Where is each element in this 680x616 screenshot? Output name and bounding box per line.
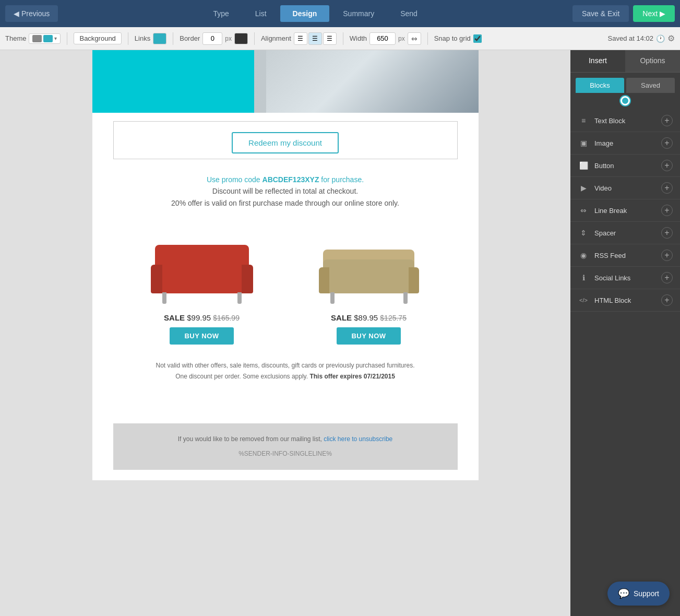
disclaimer-expiry: This offer expires 07/21/2015	[309, 373, 395, 380]
align-left-button[interactable]: ☰	[294, 32, 307, 45]
support-icon: 💬	[618, 588, 629, 599]
nav-right-actions: Save & Exit Next ▶	[572, 5, 675, 22]
block-item-image[interactable]: ▣ Image +	[570, 132, 680, 155]
width-input[interactable]	[369, 32, 396, 45]
product-sale-label-2: SALE	[331, 313, 352, 322]
step-list[interactable]: List	[243, 5, 279, 22]
settings-icon[interactable]: ⚙	[667, 33, 675, 43]
redeem-button[interactable]: Redeem my discount	[232, 132, 339, 153]
width-label: Width	[350, 34, 367, 42]
theme-label: Theme	[5, 34, 26, 42]
social-links-block-add-button[interactable]: +	[661, 272, 673, 283]
block-item-spacer[interactable]: ⇕ Spacer +	[570, 222, 680, 244]
panel-indicator-dot	[621, 96, 630, 105]
links-color-box[interactable]	[153, 33, 166, 44]
border-color-box[interactable]	[234, 33, 248, 44]
promo-intro-text: Use promo code	[207, 175, 263, 184]
html-block-add-button[interactable]: +	[661, 294, 673, 306]
panel-tabs: Insert Options	[570, 50, 680, 73]
social-links-block-label: Social Links	[594, 274, 656, 282]
video-block-add-button[interactable]: +	[661, 182, 673, 194]
spacer-block-icon: ⇕	[578, 227, 589, 239]
rss-feed-block-label: RSS Feed	[594, 252, 656, 259]
expand-width-button[interactable]: ⇔	[408, 32, 421, 45]
toolbar: Theme ▾ Background Links Border px Align…	[0, 27, 680, 50]
line-break-block-add-button[interactable]: +	[661, 205, 673, 216]
width-px-label: px	[398, 35, 405, 42]
border-px-label: px	[225, 35, 232, 42]
block-list: ≡ Text Block + ▣ Image + ⬜ Button + ▶ Vi…	[570, 105, 680, 316]
divider-1	[67, 32, 67, 45]
divider-3	[173, 32, 173, 45]
tab-insert[interactable]: Insert	[570, 50, 625, 72]
top-nav: ◀ Previous Type List Design Summary Send…	[0, 0, 680, 27]
background-button[interactable]: Background	[74, 32, 121, 44]
block-item-social-links[interactable]: ℹ Social Links +	[570, 267, 680, 289]
saved-text: Saved at 14:02	[608, 34, 653, 42]
snap-checkbox[interactable]	[473, 34, 482, 43]
align-right-button[interactable]: ☰	[323, 32, 337, 45]
alignment-label: Alignment	[261, 34, 291, 42]
text-block-add-button[interactable]: +	[661, 115, 673, 126]
previous-button[interactable]: ◀ Previous	[5, 5, 58, 22]
header-image	[92, 50, 479, 113]
save-exit-button[interactable]: Save & Exit	[572, 5, 629, 22]
video-block-icon: ▶	[578, 182, 589, 194]
promo-line: Use promo code ABCDEF123XYZ for purchase…	[113, 174, 458, 185]
video-block-label: Video	[594, 184, 656, 192]
buy-now-button-2[interactable]: BUY NOW	[337, 327, 400, 345]
disclaimer-line-1: Not valid with other offers, sale items,…	[124, 360, 447, 371]
product-price-2: SALE $89.95 $125.75	[291, 313, 447, 322]
support-button[interactable]: 💬 Support	[607, 582, 670, 606]
products-section: SALE $99.95 $165.99 BUY NOW	[92, 215, 479, 355]
divider-5	[343, 32, 343, 45]
alignment-control: Alignment ☰ ☰ ☰	[261, 32, 337, 45]
step-send[interactable]: Send	[388, 5, 430, 22]
button-block-label: Button	[594, 162, 656, 170]
theme-swatch[interactable]: ▾	[29, 33, 61, 44]
align-center-button[interactable]: ☰	[308, 32, 322, 45]
theme-control: Theme ▾	[5, 33, 61, 44]
tab-options[interactable]: Options	[625, 50, 680, 72]
button-block-add-button[interactable]: +	[661, 160, 673, 171]
buy-now-button-1[interactable]: BUY NOW	[170, 327, 233, 345]
footer-unsubscribe-link[interactable]: click here to unsubscribe	[324, 435, 392, 443]
block-item-video[interactable]: ▶ Video +	[570, 177, 680, 199]
snap-label: Snap to grid	[434, 34, 471, 42]
footer-section: If you would like to be removed from our…	[113, 423, 458, 470]
history-icon[interactable]: 🕐	[656, 34, 665, 43]
canvas-area: Redeem my discount Use promo code ABCDEF…	[0, 50, 570, 616]
step-type[interactable]: Type	[200, 5, 241, 22]
block-item-html-block[interactable]: </> HTML Block +	[570, 289, 680, 312]
main-layout: Redeem my discount Use promo code ABCDEF…	[0, 50, 680, 616]
rss-feed-block-add-button[interactable]: +	[661, 250, 673, 261]
email-canvas: Redeem my discount Use promo code ABCDEF…	[92, 50, 479, 480]
right-panel: Insert Options Blocks Saved ≡ Text Block…	[570, 50, 680, 616]
spacer-block-label: Spacer	[594, 229, 656, 237]
line-break-block-icon: ⇔	[578, 205, 589, 216]
links-control: Links	[135, 33, 166, 44]
block-item-rss-feed[interactable]: ◉ RSS Feed +	[570, 244, 680, 267]
block-item-button[interactable]: ⬜ Button +	[570, 155, 680, 177]
subtab-blocks[interactable]: Blocks	[576, 78, 624, 93]
promo-discount-line: Discount will be reflected in total at c…	[113, 185, 458, 197]
block-item-line-break[interactable]: ⇔ Line Break +	[570, 199, 680, 222]
step-summary[interactable]: Summary	[330, 5, 387, 22]
step-design[interactable]: Design	[280, 5, 330, 22]
spacer-block	[92, 392, 479, 413]
border-input[interactable]	[202, 32, 222, 45]
html-block-label: HTML Block	[594, 297, 656, 304]
product-price-val-1: $99.95	[187, 313, 211, 322]
width-control: Width px ⇔	[350, 32, 421, 45]
spacer-block-add-button[interactable]: +	[661, 227, 673, 239]
product-old-price-2: $125.75	[380, 314, 407, 322]
divider-4	[254, 32, 255, 45]
product-image-1	[124, 226, 280, 309]
theme-chevron-icon: ▾	[54, 35, 57, 41]
block-item-text-block[interactable]: ≡ Text Block +	[570, 110, 680, 132]
image-block-add-button[interactable]: +	[661, 137, 673, 149]
theme-swatch-teal	[43, 35, 53, 42]
next-button[interactable]: Next ▶	[633, 5, 675, 22]
subtab-saved[interactable]: Saved	[626, 78, 675, 93]
divider-2	[128, 32, 128, 45]
